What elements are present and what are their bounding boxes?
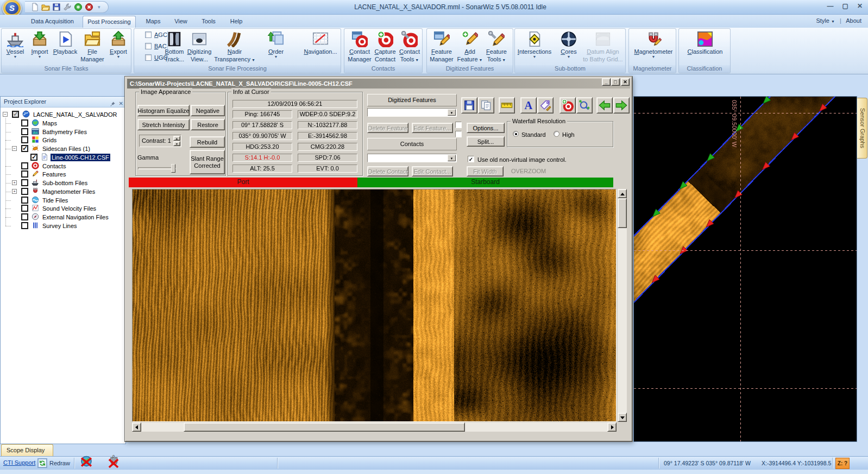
- edit-feature-button[interactable]: Edit Feature...: [412, 123, 453, 133]
- open-folder-icon[interactable]: [41, 3, 50, 11]
- z-badge[interactable]: Z: ?: [835, 458, 850, 469]
- rebuild-button[interactable]: Rebuild: [190, 136, 225, 148]
- next-tool-button[interactable]: [613, 97, 630, 113]
- prev-tool-button[interactable]: [596, 97, 613, 113]
- scope-display-tab[interactable]: Scope Display: [1, 444, 53, 456]
- histogram-equalize-button[interactable]: Histogram Equalize: [137, 105, 190, 116]
- tree-item-features[interactable]: Features: [1, 170, 125, 178]
- split-button[interactable]: Split...: [467, 136, 505, 147]
- waterfall-display[interactable]: [132, 189, 617, 422]
- digitized-features-combo[interactable]: ▼: [367, 108, 457, 117]
- tree-item-survey-lines[interactable]: Survey Lines: [1, 222, 125, 230]
- ribbon-button-intersections[interactable]: Intersections▼: [515, 31, 554, 59]
- edit-contact-button[interactable]: Edit Contact...: [412, 166, 453, 176]
- stretch-intensity-button[interactable]: Stretch Intenisty: [137, 119, 190, 130]
- ribbon-button-cores[interactable]: Cores▼: [558, 31, 580, 59]
- sonar-file-window-title[interactable]: C:\SonarWiz-Projects\LACNE_NATAL_X_SALVA…: [127, 79, 630, 89]
- tree-checkbox[interactable]: ✓: [21, 145, 28, 152]
- tab-maps[interactable]: Maps: [140, 16, 166, 28]
- tree-item-sub-bottom-files[interactable]: +Sub-bottom Files: [1, 179, 125, 187]
- tree-checkbox[interactable]: [21, 128, 28, 135]
- restore-button[interactable]: Restore: [191, 119, 225, 130]
- tree-checkbox[interactable]: [21, 136, 28, 143]
- tree-checkbox[interactable]: [21, 213, 28, 220]
- tree-item-label[interactable]: Sub-bottom Files: [41, 179, 89, 187]
- collapse-icon[interactable]: −: [3, 112, 8, 117]
- tree-item-label[interactable]: Features: [41, 170, 67, 178]
- tab-post-processing[interactable]: Post Processing: [83, 16, 136, 28]
- delete-feature-button[interactable]: Delete Feature: [367, 123, 408, 133]
- tree-item-sidescan-files-1-[interactable]: −✓Sidescan Files (1): [1, 144, 125, 153]
- tree-item-label[interactable]: Grids: [41, 136, 58, 144]
- dialog-close-icon[interactable]: ✕: [621, 78, 630, 86]
- tree-checkbox[interactable]: [21, 188, 28, 195]
- gamma-slider-track[interactable]: [138, 167, 176, 169]
- waterfall-vscrollbar[interactable]: [618, 189, 627, 422]
- tree-checkbox[interactable]: [21, 162, 28, 169]
- minimize-icon[interactable]: —: [827, 2, 834, 10]
- collapse-icon[interactable]: −: [12, 146, 17, 151]
- hscroll-thumb[interactable]: [184, 422, 465, 432]
- wrench-icon[interactable]: [63, 3, 72, 11]
- tag-tool-button[interactable]: [537, 97, 553, 113]
- stop-icon[interactable]: [85, 3, 93, 11]
- ribbon-button-classification[interactable]: Classification: [683, 31, 727, 55]
- close-icon[interactable]: ✕: [857, 2, 863, 10]
- tree-item-contacts[interactable]: Contacts: [1, 162, 125, 170]
- scroll-down-icon[interactable]: [618, 413, 627, 422]
- feature-checkbox-1[interactable]: [455, 122, 462, 128]
- tree-item-label[interactable]: Bathymetry Files: [41, 128, 88, 136]
- waterfall-hscrollbar[interactable]: [132, 422, 617, 432]
- tree-checkbox[interactable]: [21, 205, 28, 212]
- use-old-checkbox[interactable]: ✓: [468, 156, 474, 162]
- tree-item-sound-velocity-files[interactable]: Sound Velocity Files: [1, 204, 125, 212]
- tree-item-label[interactable]: LACNE_NATAL_X_SALVADOR: [32, 111, 118, 118]
- ribbon-button-export[interactable]: Export▼: [106, 31, 131, 59]
- combo-drop-icon[interactable]: ▼: [448, 109, 456, 116]
- negative-button[interactable]: Negative: [191, 105, 225, 116]
- redraw-button[interactable]: Redraw: [37, 458, 70, 468]
- high-radio[interactable]: [553, 131, 559, 137]
- vscroll-thumb[interactable]: [618, 198, 627, 228]
- restore-icon[interactable]: ▢: [842, 2, 848, 10]
- tree-checkbox[interactable]: [21, 119, 28, 127]
- ribbon-button-vessel[interactable]: Vessel▼: [3, 31, 28, 59]
- delete-contact-button[interactable]: Delete Contact: [367, 166, 408, 176]
- expand-icon[interactable]: +: [12, 180, 17, 185]
- ribbon-button-add-feature[interactable]: AddFeature ▼: [457, 31, 483, 63]
- ribbon-button-import[interactable]: Import▼: [28, 31, 52, 59]
- tab-data-acquisition[interactable]: Data Acquisition: [24, 16, 80, 28]
- new-document-icon[interactable]: [30, 3, 39, 11]
- slant-range-corrected-button[interactable]: Slant Range Corrected: [190, 150, 225, 174]
- scroll-left-icon[interactable]: [132, 422, 141, 432]
- scroll-right-icon[interactable]: [607, 422, 617, 432]
- measure-tool-button[interactable]: [499, 97, 515, 113]
- ribbon-button-nadir-transparency[interactable]: NadirTransparency ▼: [214, 31, 255, 63]
- tree-item-label[interactable]: Sound Velocity Files: [41, 205, 97, 212]
- ribbon-button-order[interactable]: Order▼: [265, 31, 287, 59]
- start-icon[interactable]: [74, 3, 83, 11]
- tree-checkbox[interactable]: [21, 197, 28, 204]
- tree-item-lacne-natal-x-salvador[interactable]: −✓LACNE_NATAL_X_SALVADOR: [1, 110, 125, 118]
- standard-radio[interactable]: [513, 131, 519, 137]
- tab-help[interactable]: Help: [225, 16, 248, 28]
- tree-item-label[interactable]: Sidescan Files (1): [41, 145, 91, 153]
- tree-item-label[interactable]: Line-0005-CH12.CSF: [51, 154, 110, 161]
- tree-item-label[interactable]: Magnetometer Files: [41, 188, 96, 195]
- ribbon-button-datum-align-to-bathy-grid-[interactable]: Datum Alignto Bathy Grid...: [581, 31, 625, 62]
- ribbon-button-capture-contact[interactable]: CaptureContact: [373, 31, 398, 62]
- ribbon-button-file-manager[interactable]: FileManager: [77, 31, 108, 62]
- combo-drop-icon[interactable]: ▼: [448, 155, 456, 161]
- tree-item-label[interactable]: Survey Lines: [41, 222, 78, 230]
- ribbon-button-contact-manager[interactable]: ContactManager: [347, 31, 372, 62]
- tree-checkbox[interactable]: [21, 222, 28, 229]
- tree-item-tide-files[interactable]: Tide Files: [1, 196, 125, 204]
- add-contact-tool-button[interactable]: [559, 97, 576, 113]
- scroll-up-icon[interactable]: [618, 189, 627, 198]
- tree-item-label[interactable]: Maps: [41, 119, 58, 127]
- tree-item-label[interactable]: Tide Files: [41, 197, 69, 204]
- tree-item-line-0005-ch12-csf[interactable]: ✓Line-0005-CH12.CSF: [1, 153, 125, 161]
- ribbon-checkbox-ugc[interactable]: UGC: [145, 54, 167, 61]
- ribbon-button-magnetometer[interactable]: Magnetometer▼: [631, 31, 676, 59]
- save-icon[interactable]: [52, 3, 61, 11]
